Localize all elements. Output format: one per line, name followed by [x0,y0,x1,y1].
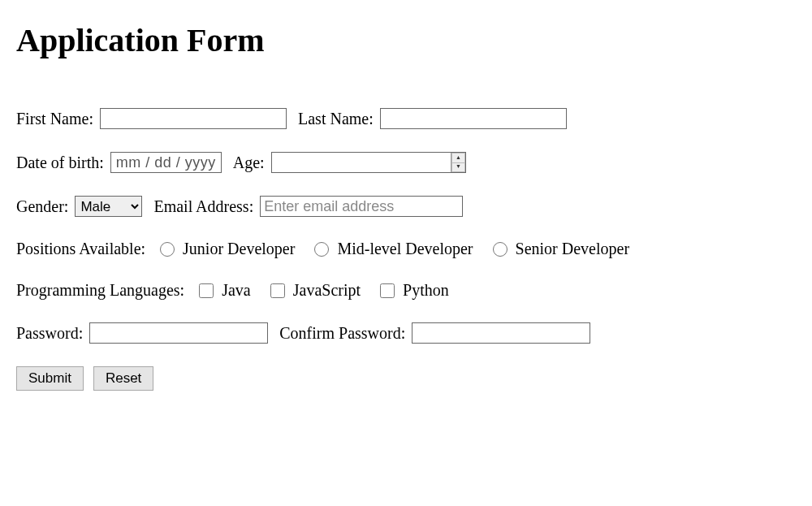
row-name: First Name: Last Name: [16,108,796,129]
last-name-input[interactable] [380,108,567,129]
dob-label: Date of birth: [16,154,104,172]
password-input[interactable] [89,322,268,344]
page-title: Application Form [16,21,796,59]
row-gender-email: Gender: Male Female Email Address: [16,196,796,217]
age-input[interactable] [272,153,451,172]
positions-label: Positions Available: [16,240,145,258]
password-label: Password: [16,324,83,343]
email-input[interactable] [260,196,463,217]
language-checkbox-python[interactable] [380,283,395,298]
row-dob-age: Date of birth: mm / dd / yyyy Age: ▲ ▼ [16,152,796,173]
language-option-label: Java [222,281,251,300]
position-option-label: Mid-level Developer [337,240,473,258]
language-option-label: Python [403,281,449,300]
email-label: Email Address: [153,197,253,216]
submit-button[interactable]: Submit [16,366,84,391]
row-password: Password: Confirm Password: [16,322,796,344]
dob-input[interactable]: mm / dd / yyyy [110,152,222,173]
position-option-label: Junior Developer [183,240,295,258]
spinner-down-icon[interactable]: ▼ [451,162,465,173]
age-spinner: ▲ ▼ [451,153,465,172]
confirm-password-label: Confirm Password: [279,324,405,343]
position-radio-mid[interactable] [314,242,329,257]
age-label: Age: [233,154,265,172]
age-input-wrap: ▲ ▼ [271,152,466,173]
button-row: Submit Reset [16,366,796,391]
position-option-label: Senior Developer [516,240,630,258]
row-languages: Programming Languages: Java JavaScript P… [16,281,796,300]
row-positions: Positions Available: Junior Developer Mi… [16,240,796,258]
spinner-up-icon[interactable]: ▲ [451,153,465,162]
reset-button[interactable]: Reset [93,366,153,391]
gender-select[interactable]: Male Female [75,196,142,217]
position-radio-senior[interactable] [493,242,508,257]
language-checkbox-java[interactable] [199,283,214,298]
first-name-label: First Name: [16,110,93,128]
first-name-input[interactable] [100,108,287,129]
language-option-label: JavaScript [293,281,361,300]
application-form: First Name: Last Name: Date of birth: mm… [16,108,796,391]
confirm-password-input[interactable] [412,322,590,344]
last-name-label: Last Name: [298,110,374,128]
position-radio-junior[interactable] [160,242,175,257]
language-checkbox-javascript[interactable] [270,283,285,298]
gender-label: Gender: [16,197,68,216]
languages-label: Programming Languages: [16,281,184,300]
